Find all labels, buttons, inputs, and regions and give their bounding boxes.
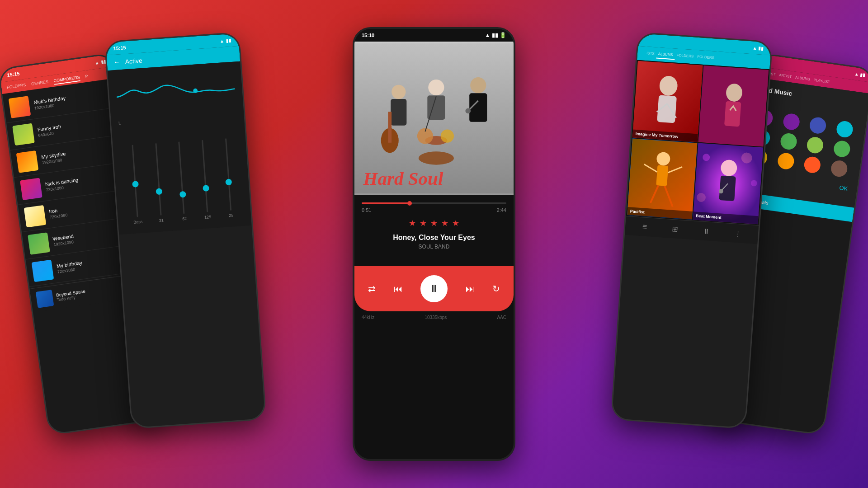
tab-albums[interactable]: ALBUMS — [656, 50, 675, 60]
tab-folders-1[interactable]: FOLDERS — [675, 51, 696, 61]
album-card-imagine[interactable]: Imagine My Tomorrow — [632, 61, 703, 142]
band-image: Hard Soul — [354, 42, 514, 195]
tab-albums-fr[interactable]: ALBUMS — [795, 75, 810, 81]
status-icons-center: ▲ ▮▮ 🔋 — [485, 32, 506, 38]
grid-icon[interactable]: ⊞ — [672, 225, 678, 234]
pause-button[interactable]: ⏸ — [420, 275, 448, 302]
color-brown[interactable] — [830, 160, 848, 178]
star-5[interactable]: ★ — [452, 218, 459, 228]
more-icon[interactable]: ⋮ — [735, 230, 741, 237]
eq-handle[interactable] — [132, 181, 139, 188]
time-current: 0:51 — [362, 207, 371, 213]
eq-track[interactable] — [155, 143, 161, 216]
eq-bar-31[interactable]: 31 — [148, 143, 170, 223]
folder-thumb — [32, 260, 54, 282]
svg-rect-28 — [656, 165, 668, 186]
eq-channel-label: L — [118, 112, 237, 126]
pause-icon: ⏸ — [429, 283, 439, 295]
audio-info: 44kHz 10335kbps AAC — [354, 311, 514, 324]
folder-info: My skydive 868x488 — [41, 143, 122, 165]
phone-center: 15:10 ▲ ▮▮ 🔋 — [353, 27, 515, 461]
svg-point-13 — [470, 77, 486, 93]
progress-fill — [362, 202, 410, 204]
beyond-thumb — [36, 290, 54, 308]
eq-handle[interactable] — [179, 191, 186, 198]
eq-label: 31 — [159, 218, 164, 223]
eq-track[interactable] — [132, 145, 138, 217]
song-artist: SOUL BAND — [362, 244, 506, 250]
status-time-center: 15:10 — [362, 33, 374, 38]
next-button[interactable]: ⏭ — [466, 284, 475, 294]
eq-track[interactable] — [179, 141, 185, 214]
tab-folders[interactable]: FOLDERS — [6, 83, 26, 92]
svg-rect-12 — [388, 112, 392, 142]
color-deep-orange[interactable] — [803, 155, 822, 174]
eq-handle[interactable] — [203, 185, 209, 192]
eq-track[interactable] — [225, 138, 231, 211]
svg-rect-10 — [391, 99, 406, 126]
waveform-display — [115, 71, 236, 115]
svg-rect-35 — [719, 175, 736, 201]
status-time-left: 15:15 — [113, 45, 126, 51]
sample-rate: 44kHz — [362, 315, 374, 320]
tab-folders-2[interactable]: FOLDERS — [695, 53, 717, 63]
stars-row[interactable]: ★ ★ ★ ★ ★ — [362, 218, 506, 228]
star-1[interactable]: ★ — [409, 218, 416, 228]
back-button[interactable]: ← — [113, 58, 121, 66]
color-green-2[interactable] — [833, 140, 851, 158]
star-4[interactable]: ★ — [441, 218, 448, 228]
eq-handle[interactable] — [156, 188, 163, 195]
time-total: 2:44 — [497, 207, 506, 213]
eq-label: 62 — [182, 216, 187, 221]
star-3[interactable]: ★ — [430, 218, 438, 228]
color-orange[interactable] — [777, 152, 795, 170]
status-bar-center: 15:10 ▲ ▮▮ 🔋 — [354, 29, 514, 42]
eq-bar-125[interactable]: 125 — [194, 140, 216, 220]
prev-button[interactable]: ⏮ — [394, 284, 403, 294]
color-green[interactable] — [779, 132, 798, 151]
album-card-right-top[interactable] — [698, 66, 769, 147]
color-indigo[interactable] — [809, 116, 827, 135]
eq-sliders: Bass 31 62 — [119, 127, 244, 225]
color-light-green[interactable] — [806, 136, 825, 155]
eq-bar-25[interactable]: 25 — [217, 138, 239, 218]
tab-ists[interactable]: ISTS — [644, 49, 656, 59]
shuffle-button[interactable]: ⇄ — [368, 283, 376, 294]
song-title: Honey, Close Your Eyes — [362, 234, 506, 242]
eq-content: L Bass 31 — [108, 61, 252, 235]
svg-point-4 — [419, 151, 454, 164]
progress-bar[interactable] — [362, 202, 506, 204]
filter-icon[interactable]: ≡ — [642, 222, 647, 232]
tab-artist-2[interactable]: ARTIST — [778, 73, 792, 79]
album-card-beat[interactable]: Beat Moment — [693, 143, 764, 225]
folder-thumb — [16, 150, 39, 173]
status-time-far-left: 15:15 — [7, 70, 20, 78]
folder-thumb — [24, 205, 47, 228]
eq-bar-62[interactable]: 62 — [171, 141, 193, 221]
eq-label: 25 — [229, 213, 234, 218]
status-icons-far-right: ▲ ▮▮ — [854, 71, 866, 77]
folder-thumb — [12, 123, 35, 146]
format: AAC — [497, 315, 506, 320]
svg-rect-25 — [724, 101, 741, 127]
time-row: 0:51 2:44 — [362, 207, 506, 213]
eq-handle[interactable] — [225, 179, 232, 186]
album-card-pacifist[interactable]: Pacifist — [627, 138, 698, 220]
tab-p[interactable]: P — [85, 74, 89, 80]
pause-small-icon[interactable]: ⏸ — [703, 227, 710, 235]
progress-dot — [407, 201, 412, 206]
color-cyan[interactable] — [835, 120, 854, 139]
albums-grid: Imagine My Tomorrow — [626, 60, 769, 225]
status-icons-right: ▲ ▮▮ — [752, 45, 764, 51]
svg-point-16 — [465, 108, 471, 114]
eq-bar-bass[interactable]: Bass — [125, 144, 146, 225]
eq-title: Active — [125, 57, 142, 66]
repeat-button[interactable]: ↻ — [492, 283, 500, 294]
star-2[interactable]: ★ — [420, 218, 427, 228]
eq-track[interactable] — [202, 140, 208, 212]
tab-genres[interactable]: GENRES — [31, 80, 49, 88]
player-content: 0:51 2:44 ★ ★ ★ ★ ★ Honey, Close Your Ey… — [354, 195, 514, 266]
tab-playlist-fr[interactable]: PLAYLIST — [813, 78, 830, 84]
svg-text:Hard Soul: Hard Soul — [363, 168, 443, 189]
color-dark-purple[interactable] — [782, 113, 801, 131]
